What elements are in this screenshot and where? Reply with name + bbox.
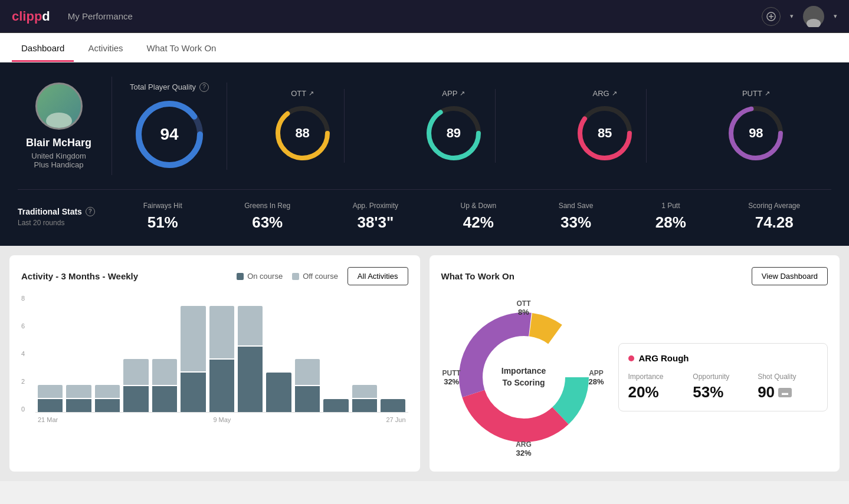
tab-what-to-work-on[interactable]: What To Work On	[137, 35, 226, 62]
x-label-may: 9 May	[213, 416, 231, 423]
bar-on-6	[209, 360, 234, 412]
bar-on-2	[95, 399, 120, 412]
detail-card: ARG Rough Importance 20% Opportunity 53%	[618, 343, 828, 411]
ott-arrow: ↗	[309, 90, 314, 97]
player-name: Blair McHarg	[26, 137, 91, 149]
bar-off-9	[295, 359, 320, 385]
metric-importance-value: 20%	[628, 383, 689, 401]
bar-on-12	[381, 399, 405, 412]
avatar-dropdown[interactable]: ▾	[834, 12, 837, 20]
header-actions: ▾ ▾	[762, 6, 837, 27]
work-card: What To Work On View Dashboard	[430, 255, 840, 472]
bar-off-3	[123, 359, 148, 385]
bar-on-0	[38, 399, 63, 412]
info-icon-total[interactable]: ?	[199, 83, 209, 92]
activity-header: Activity - 3 Months - Weekly On course O…	[21, 267, 408, 285]
detail-title: ARG Rough	[628, 353, 818, 363]
stat-greens: Greens In Reg 63%	[244, 202, 290, 232]
stat-fairways: Fairways Hit 51%	[143, 202, 182, 232]
x-label-jun: 27 Jun	[386, 416, 405, 423]
ott-label: OTT ↗	[291, 89, 314, 98]
score-putt: PUTT ↗ 98	[714, 89, 797, 163]
legend-dot-off	[292, 273, 299, 280]
legend-off-course: Off course	[292, 272, 338, 281]
bar-group-7	[238, 295, 263, 412]
app-ring: 89	[424, 104, 483, 163]
hero-section: Blair McHarg United Kingdom Plus Handica…	[0, 62, 849, 246]
metric-opportunity: Opportunity 53%	[693, 373, 753, 401]
donut-center-label: ImportanceTo Scoring	[501, 365, 546, 388]
add-button[interactable]	[762, 7, 781, 26]
stats-label-section: Traditional Stats ? Last 20 rounds	[18, 207, 112, 227]
total-score-value: 94	[160, 125, 178, 144]
bar-group-3	[123, 295, 148, 412]
bar-group-10	[323, 295, 348, 412]
svg-point-5	[807, 19, 821, 27]
bar-on-8	[266, 373, 291, 412]
bar-off-1	[66, 385, 91, 398]
bar-off-7	[238, 306, 263, 345]
view-dashboard-button[interactable]: View Dashboard	[752, 267, 828, 285]
tab-activities[interactable]: Activities	[78, 35, 132, 62]
stats-sublabel: Last 20 rounds	[18, 219, 112, 227]
y-label-8: 8	[21, 295, 35, 302]
score-cards: OTT ↗ 88 APP ↗	[227, 89, 831, 163]
all-activities-button[interactable]: All Activities	[348, 267, 408, 285]
bar-group-4	[152, 295, 177, 412]
bar-off-6	[209, 306, 234, 358]
header-title: My Performance	[68, 11, 762, 21]
arg-arrow: ↗	[612, 90, 617, 97]
score-arg: ARG ↗ 85	[563, 89, 647, 163]
stat-oneputt: 1 Putt 28%	[655, 202, 686, 232]
metric-importance: Importance 20%	[628, 373, 689, 401]
bar-group-5	[181, 295, 205, 412]
svg-point-4	[809, 10, 818, 18]
bar-on-5	[181, 373, 205, 412]
stat-sandsave: Sand Save 33%	[559, 202, 594, 232]
tab-dashboard[interactable]: Dashboard	[12, 35, 74, 62]
chart-area: 8 6 4 2 0 21 Mar 9 May 27 Jun	[21, 295, 408, 424]
app-arrow: ↗	[460, 90, 465, 97]
add-dropdown[interactable]: ▾	[790, 12, 794, 20]
y-label-4: 4	[21, 350, 35, 357]
avatar[interactable]	[803, 6, 824, 27]
putt-arrow: ↗	[765, 90, 770, 97]
activity-card: Activity - 3 Months - Weekly On course O…	[9, 255, 420, 472]
header: clippd My Performance ▾ ▾	[0, 0, 849, 33]
logo: clippd	[12, 9, 50, 24]
arg-value: 85	[598, 126, 612, 141]
bar-group-12	[381, 295, 405, 412]
traditional-stats: Traditional Stats ? Last 20 rounds Fairw…	[18, 189, 831, 232]
bar-on-4	[152, 386, 177, 412]
seg-label-putt: PUTT 32%	[442, 369, 461, 386]
metric-shot-quality: Shot Quality 90 ▬	[758, 373, 818, 401]
work-header: What To Work On View Dashboard	[441, 267, 828, 285]
player-info: Blair McHarg United Kingdom Plus Handica…	[18, 77, 112, 175]
stat-scoring: Scoring Average 74.28	[748, 202, 800, 232]
stats-items: Fairways Hit 51% Greens In Reg 63% App. …	[112, 202, 831, 232]
metric-opportunity-value: 53%	[693, 383, 753, 401]
y-label-6: 6	[21, 322, 35, 330]
info-icon-stats[interactable]: ?	[86, 207, 95, 216]
detail-metrics: Importance 20% Opportunity 53% Shot Qual…	[628, 373, 818, 401]
score-ott: OTT ↗ 88	[261, 89, 345, 163]
bar-group-2	[95, 295, 120, 412]
tabs: Dashboard Activities What To Work On	[0, 33, 849, 62]
bar-off-11	[352, 385, 377, 398]
total-quality: Total Player Quality ? 94	[124, 83, 227, 170]
metric-shot-quality-value: 90 ▬	[758, 383, 818, 401]
stat-proximity: App. Proximity 38'3"	[353, 202, 398, 232]
bar-off-2	[95, 385, 120, 398]
bar-group-9	[295, 295, 320, 412]
bar-group-1	[66, 295, 91, 412]
bar-group-11	[352, 295, 377, 412]
bar-on-11	[352, 399, 377, 412]
app-value: 89	[447, 126, 461, 141]
work-title: What To Work On	[441, 271, 514, 281]
player-country: United Kingdom	[31, 151, 86, 160]
hero-top: Blair McHarg United Kingdom Plus Handica…	[18, 77, 831, 175]
bar-off-5	[181, 306, 205, 371]
y-label-0: 0	[21, 406, 35, 413]
bar-group-0	[38, 295, 63, 412]
total-ring: 94	[134, 99, 205, 170]
